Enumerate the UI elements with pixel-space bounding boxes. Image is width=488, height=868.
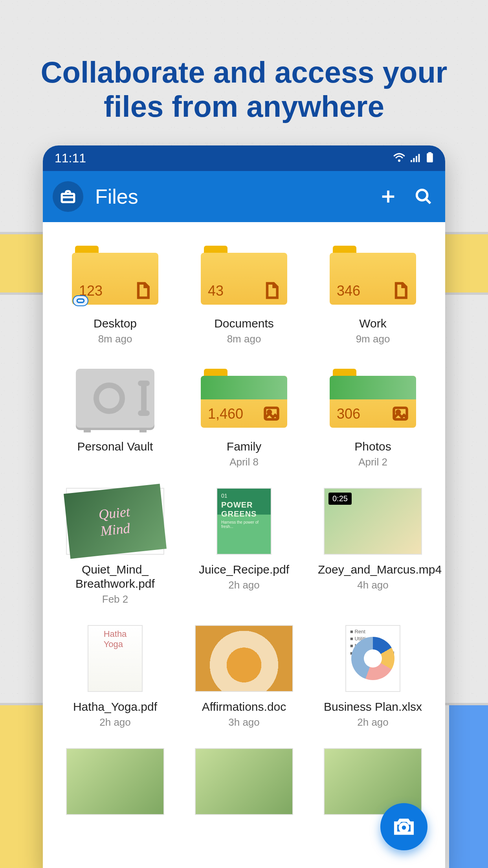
item-name: Work: [359, 316, 386, 331]
files-grid: 123Desktop8m ago43Documents8m ago346Work…: [43, 222, 445, 868]
file-item[interactable]: ■ Rent ■ Utilities ■ Marketing ■ Employe…: [310, 625, 435, 728]
shared-badge: [73, 295, 88, 306]
search-icon: [415, 188, 433, 206]
item-name: Documents: [214, 316, 274, 331]
item-subtitle: 8m ago: [227, 333, 261, 345]
folder-count: 346: [337, 283, 360, 299]
folder-icon: 1,460: [201, 369, 287, 428]
battery-icon: [426, 151, 433, 166]
item-name: Affirmations.doc: [202, 700, 286, 714]
add-button[interactable]: [376, 185, 400, 208]
folder-preview: [201, 376, 287, 399]
folder-icon: 346: [330, 246, 416, 305]
svg-rect-4: [418, 154, 420, 162]
phone-frame: 11:11 Files 123Desktop8m ago43Documents8…: [43, 145, 445, 868]
svg-rect-5: [428, 152, 431, 153]
folder-type-icon: [134, 282, 151, 299]
file-item[interactable]: Hatha YogaHatha_Yoga.pdf2h ago: [53, 625, 178, 728]
item-name: Desktop: [94, 316, 137, 331]
folder-icon: 123: [72, 246, 158, 305]
promo-headline: Collaborate and access your files from a…: [0, 55, 488, 124]
camera-fab[interactable]: [380, 803, 427, 850]
folder-item[interactable]: 1,460FamilyApril 8: [182, 365, 306, 468]
briefcase-icon: [60, 188, 76, 205]
file-thumbnail: 0:25: [324, 488, 422, 555]
folder-preview: [330, 376, 416, 399]
file-item[interactable]: 01POWER GREENSHarness the power of fresh…: [182, 488, 306, 605]
plus-icon: [379, 188, 397, 206]
file-item[interactable]: Affirmations.doc3h ago: [182, 625, 306, 728]
folder-icon: 306: [330, 369, 416, 428]
item-subtitle: 8m ago: [98, 333, 132, 345]
svg-rect-6: [427, 153, 433, 162]
app-bar: Files: [43, 171, 445, 222]
file-thumbnail: [66, 748, 164, 815]
item-name: Hatha_Yoga.pdf: [73, 700, 157, 714]
status-time: 11:11: [55, 151, 86, 166]
file-thumbnail: [195, 625, 293, 692]
folder-type-icon: [263, 405, 280, 422]
file-thumbnail: [195, 748, 293, 815]
item-subtitle: 2h ago: [99, 716, 131, 728]
file-item[interactable]: [53, 748, 178, 823]
vault-icon: [76, 369, 154, 428]
file-thumbnail: Quiet Mind: [66, 488, 164, 555]
folder-item[interactable]: 123Desktop8m ago: [53, 242, 178, 345]
page-title: Files: [95, 185, 365, 208]
folder-item[interactable]: 43Documents8m ago: [182, 242, 306, 345]
svg-rect-1: [411, 160, 412, 162]
file-thumbnail: Hatha Yoga: [88, 625, 143, 692]
folder-type-icon: [392, 405, 409, 422]
svg-point-0: [398, 159, 400, 162]
item-subtitle: Feb 2: [102, 593, 128, 605]
folder-item[interactable]: 306PhotosApril 2: [310, 365, 435, 468]
folder-type-icon: [263, 282, 280, 299]
file-thumbnail: ■ Rent ■ Utilities ■ Marketing ■ Employe…: [345, 625, 400, 692]
item-subtitle: 2h ago: [357, 716, 389, 728]
signal-icon: [411, 151, 421, 166]
svg-point-13: [400, 824, 408, 831]
item-name: Family: [227, 440, 261, 454]
account-switcher-button[interactable]: [53, 181, 83, 212]
svg-rect-2: [413, 158, 415, 162]
folder-count: 1,460: [208, 406, 243, 422]
item-name: Business Plan.xlsx: [324, 700, 422, 714]
item-name: Juice_Recipe.pdf: [199, 563, 289, 577]
item-subtitle: 2h ago: [228, 579, 260, 591]
folder-item[interactable]: 346Work9m ago: [310, 242, 435, 345]
item-name: Quiet_Mind_ Breathwork.pdf: [75, 563, 155, 591]
vault-item[interactable]: Personal Vault: [53, 365, 178, 468]
folder-count: 306: [337, 406, 360, 422]
folder-icon: 43: [201, 246, 287, 305]
status-bar: 11:11: [43, 145, 445, 171]
file-item[interactable]: 0:25Zoey_and_Marcus.mp44h ago: [310, 488, 435, 605]
item-subtitle: April 8: [229, 456, 259, 468]
camera-icon: [393, 816, 415, 838]
item-subtitle: April 2: [358, 456, 387, 468]
file-item[interactable]: Quiet MindQuiet_Mind_ Breathwork.pdfFeb …: [53, 488, 178, 605]
item-subtitle: 4h ago: [357, 579, 389, 591]
svg-point-8: [417, 190, 427, 200]
search-button[interactable]: [412, 185, 435, 208]
file-thumbnail: 01POWER GREENSHarness the power of fresh…: [216, 488, 272, 555]
video-duration: 0:25: [328, 493, 352, 505]
item-name: Personal Vault: [77, 440, 153, 454]
item-name: Photos: [354, 440, 391, 454]
folder-count: 43: [208, 283, 224, 299]
folder-type-icon: [392, 282, 409, 299]
file-item[interactable]: [182, 748, 306, 823]
wifi-icon: [393, 151, 405, 166]
item-subtitle: 9m ago: [356, 333, 390, 345]
item-name: Zoey_and_Marcus.mp4: [318, 563, 428, 577]
svg-rect-3: [416, 156, 417, 162]
item-subtitle: 3h ago: [228, 716, 260, 728]
